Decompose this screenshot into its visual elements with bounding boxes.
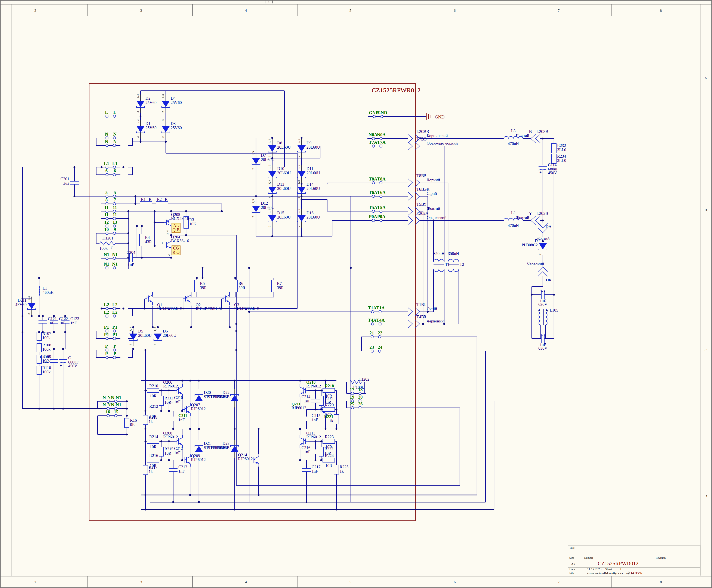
pair-label-23: 23 (370, 345, 374, 350)
value: 10K (189, 222, 196, 226)
pair-label-5: 5 (105, 190, 108, 195)
titleblock-size-value: A2 (571, 562, 575, 566)
value: 100k (100, 246, 108, 251)
resistor-R217: R2171k (143, 465, 158, 475)
pair-label-T6A: T6A (369, 190, 377, 195)
pair-21-22: 2122 (366, 330, 385, 338)
junction-dot (299, 428, 301, 430)
junction-dot (134, 195, 137, 197)
junction-dot (123, 166, 124, 168)
ref-C204: C204 (126, 250, 135, 255)
pair-L1-L1: L1L1 (101, 161, 120, 168)
title-block: Title Size A2 Number CZ1525RPWR012 Revis… (568, 545, 700, 575)
titleblock-date-value: 11.12.2023 (587, 567, 602, 571)
junction-dot (258, 428, 260, 430)
capacitor-C217: C2171nF (302, 465, 320, 474)
capacitor-C215: C2151nF (302, 413, 320, 422)
junction-dot (172, 501, 174, 503)
capacitor-C204: C2041uF (126, 250, 135, 267)
diode-D7: 1, 32D720L60U (252, 151, 275, 171)
ground-label: GND (435, 114, 445, 120)
value: 20L60U (307, 186, 320, 191)
junction-dot (433, 219, 435, 222)
junction-dot (202, 267, 204, 269)
transformer-T1 (434, 259, 444, 272)
junction-dot (198, 428, 200, 430)
wire-color-name: Синій (427, 307, 437, 311)
ref-C214: C214 (301, 395, 311, 399)
value: IRG4BC30K-S (234, 307, 259, 311)
ref-D21: D21 (204, 441, 211, 446)
wire-color-name: Червоний (427, 319, 444, 323)
pin-number: 1, 3 (252, 151, 255, 156)
wire-color-name: Оранжево чорний (427, 141, 458, 145)
pin-number: 2 (297, 156, 300, 158)
pin-number: 2 (27, 313, 30, 315)
value: 25V60 (145, 100, 156, 105)
pair-L2-L2: L2L2 (101, 310, 120, 317)
transformer-L105 (539, 309, 548, 325)
ref-R212: R212 (149, 404, 158, 408)
pair-T4A-T4A: T4AT4A (367, 317, 386, 325)
pair-label-P: P (113, 351, 116, 356)
ref-R5: R5 (200, 281, 205, 286)
pin-number: 2 (153, 344, 156, 345)
ref-D20: D20 (204, 390, 211, 395)
junction-dot (141, 257, 143, 259)
junction-dot (145, 494, 147, 496)
thermistor-TH201: TH201t°100k (100, 236, 116, 251)
pair-label-24: 24 (378, 345, 383, 350)
value: 1nF (312, 418, 318, 422)
diode-D22: D22STTH5R06B (208, 389, 239, 407)
pair-12-13: 1213 (101, 219, 120, 227)
junction-dot (42, 315, 44, 317)
diode-D4: 1, 32D425V60 (161, 94, 182, 113)
value: 100k (42, 335, 51, 340)
wire-color-name: Жовтий (427, 206, 440, 211)
titleblock-drawn-label: Drawn By: (604, 572, 617, 575)
text-label: 350uH (448, 251, 459, 256)
junction-dot (161, 390, 162, 392)
pair-label-22: 22 (378, 330, 382, 335)
junction-dot (301, 235, 302, 237)
pin-number: 2 (136, 136, 139, 138)
junction-dot (157, 326, 159, 328)
junction-dot (248, 267, 250, 269)
value: 25V60 (171, 126, 182, 130)
value: 100k (42, 347, 51, 352)
junction-dot (235, 330, 237, 332)
junction-dot (258, 494, 260, 496)
ref-D4: D4 (171, 96, 176, 101)
pair-label-N: N (105, 139, 108, 144)
pin-number: 1, 3 (297, 165, 300, 169)
resistor-R6: R639R (233, 280, 245, 292)
pair-label-N-N1: N-N1 (111, 402, 121, 407)
junction-dot (336, 408, 337, 411)
pair-5-5: 55 (101, 190, 120, 197)
pair-label-L: L (105, 110, 108, 115)
value: 20L60U (307, 171, 320, 175)
resistor-R232: R2323LL0 (551, 143, 566, 153)
junction-dot (320, 440, 322, 442)
value: RJP6012 (306, 384, 321, 388)
ref-R218: R218 (325, 384, 334, 388)
pair-label-7: 7 (114, 197, 116, 203)
value: 3LL0 (557, 148, 566, 152)
value: 1nF (70, 321, 77, 325)
pair-label-P: P (105, 351, 108, 356)
resistor-R2: R2R (156, 197, 168, 206)
junction-dot (140, 141, 142, 143)
pair-L2-L2: L2L2 (101, 302, 120, 310)
ref-L2: L2 (511, 210, 516, 215)
junction-dot (234, 380, 236, 382)
pair-N-N: NN (101, 139, 120, 147)
value: STTH5R06B (208, 395, 230, 399)
ref-D7: D7 (261, 153, 266, 158)
pair-label-T8A: T8A (369, 176, 377, 182)
junction-dot (64, 315, 66, 317)
pair-label-N: N (113, 139, 116, 144)
border-row-right: B (705, 208, 707, 212)
wires (22, 91, 554, 509)
junction-dot (301, 183, 302, 185)
pair-label-9: 9 (114, 227, 116, 232)
